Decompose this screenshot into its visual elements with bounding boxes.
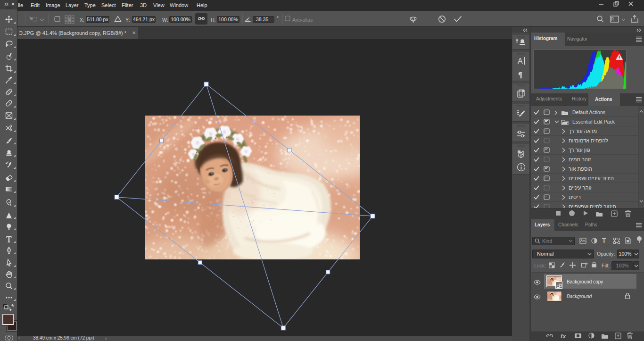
svg-text:A: A xyxy=(518,57,523,65)
svg-text:¶: ¶ xyxy=(518,70,522,79)
